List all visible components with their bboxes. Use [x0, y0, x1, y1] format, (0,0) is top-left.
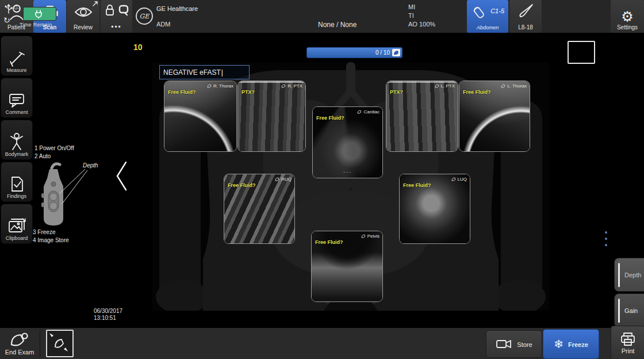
- region-label: LUQ: [458, 177, 467, 182]
- efast-view-r-thorax[interactable]: Free Fluid? R. Thorax: [164, 81, 237, 152]
- depth-paddle[interactable]: Depth: [614, 258, 644, 292]
- sidebar-item-measure[interactable]: Measure: [1, 36, 33, 76]
- plug-icon: [34, 9, 44, 18]
- preview-window[interactable]: [568, 41, 595, 64]
- region-label: R. Thorax: [213, 83, 233, 89]
- chat-icon: [118, 5, 129, 16]
- slider-indicator: [618, 263, 620, 287]
- store-label: Store: [517, 341, 532, 348]
- battery-status-label: Time Remain: [20, 22, 52, 28]
- sidebar-item-label: Comment: [5, 109, 28, 115]
- battery-icon: [23, 7, 56, 21]
- comment-input[interactable]: NEGATIVE eFAST|: [159, 65, 250, 79]
- sidebar-item-clipboard[interactable]: Clipboard: [1, 204, 33, 244]
- ge-monogram: GE: [140, 13, 150, 20]
- sector-icon: [207, 84, 212, 88]
- bottom-toolbar: End Exam Store ❄ Freeze: [0, 328, 644, 359]
- settings-gear-icon: ⚙: [621, 9, 634, 24]
- sector-icon: [275, 177, 279, 181]
- probe2-label: L8-18: [518, 24, 533, 30]
- depth-label: Depth: [624, 272, 641, 278]
- finding-question: PTX?: [390, 89, 403, 95]
- tools-group-button[interactable]: •••: [101, 0, 132, 33]
- comment-text: NEGATIVE eFAST: [163, 68, 221, 77]
- sidebar-item-label: Findings: [7, 193, 26, 199]
- efast-view-l-thorax[interactable]: Free Fluid? L. Thorax: [459, 81, 530, 152]
- finding-question: Free Fluid?: [316, 115, 344, 121]
- efast-view-r-ptx[interactable]: PTX? R. PTX: [237, 81, 306, 152]
- more-ellipsis: •••: [101, 23, 132, 31]
- efast-view-luq[interactable]: Free Fluid? LUQ: [399, 174, 470, 244]
- popout-arrow-icon: [93, 1, 98, 6]
- sector-icon: [361, 234, 366, 238]
- sidebar-item-label: Bodymark: [5, 151, 29, 157]
- ti-readout: TI: [408, 12, 435, 20]
- freeze-button[interactable]: ❄ Freeze: [543, 329, 599, 359]
- finding-question: Free Fluid?: [403, 182, 431, 188]
- legend-item-3: 3 Freeze: [33, 229, 55, 235]
- region-label: R. PTX: [288, 83, 302, 89]
- settings-label: Settings: [617, 24, 638, 30]
- probe-illustration: [34, 161, 98, 229]
- sector-icon: [435, 84, 439, 88]
- brand-text: GE Healthcare: [156, 5, 198, 12]
- more-options-dots[interactable]: [605, 231, 610, 250]
- usb-icon: [5, 3, 13, 14]
- date-text: 06/30/2017: [94, 308, 122, 315]
- gain-label: Gain: [624, 307, 638, 314]
- legend-item-1: 1 Power On/Off: [34, 145, 74, 151]
- gain-paddle[interactable]: Gain: [614, 293, 644, 327]
- convex-probe-icon: [470, 4, 488, 21]
- bodymark-icon: [8, 133, 25, 151]
- image-counter-bar: 0 / 10: [306, 47, 402, 58]
- counter-clipboard-icon: [392, 49, 400, 56]
- finding-question: PTX?: [241, 89, 255, 95]
- region-label: L. Thorax: [507, 83, 527, 89]
- chevron-left-icon[interactable]: [114, 160, 129, 192]
- active-probe-button[interactable]: C1-5 Abdomen: [467, 0, 508, 33]
- legend-item-2: 2 Auto: [34, 153, 51, 159]
- review-button[interactable]: Review: [67, 0, 99, 33]
- acoustic-output-readout: MI TI AO 100%: [408, 3, 435, 29]
- slider-indicator: [618, 299, 620, 323]
- end-exam-label: End Exam: [5, 349, 34, 356]
- region-label: Pelvis: [367, 234, 379, 239]
- brand-area: GE GE Healthcare ADM: [132, 0, 236, 33]
- end-exam-button[interactable]: End Exam: [1, 329, 38, 358]
- legend-item-4: 4 Image Store: [33, 237, 69, 243]
- lock-icon: [105, 4, 115, 17]
- print-icon: [620, 332, 636, 347]
- ultrasound-screen: Patient Scan Review: [0, 0, 644, 359]
- active-probe-preset: Abdomen: [477, 25, 499, 30]
- sidebar-item-findings[interactable]: Findings: [1, 162, 33, 202]
- layout-resize-button[interactable]: [43, 329, 77, 358]
- review-label: Review: [74, 24, 93, 30]
- end-exam-icon: [9, 332, 30, 348]
- usb-port-label: G1: [14, 5, 21, 10]
- efast-view-l-ptx[interactable]: PTX? L. PTX: [386, 81, 458, 152]
- sidebar-item-comment[interactable]: Comment: [1, 78, 33, 118]
- sync-icon: ↻: [3, 16, 10, 24]
- sidebar-item-bodymark[interactable]: Bodymark: [1, 120, 33, 160]
- finding-question: Free Fluid?: [315, 239, 343, 245]
- efast-view-pelvis[interactable]: Free Fluid? Pelvis: [311, 231, 383, 302]
- active-probe-name: C1-5: [490, 7, 504, 14]
- finding-question: Free Fluid?: [168, 89, 196, 95]
- ao-readout: AO 100%: [408, 20, 435, 29]
- freeze-label: Freeze: [568, 341, 588, 348]
- divider: [40, 330, 40, 357]
- print-label: Print: [622, 347, 635, 354]
- settings-button[interactable]: ⚙ Settings: [611, 0, 644, 33]
- text-cursor: |: [221, 68, 223, 77]
- linear-probe-button[interactable]: L8-18: [509, 0, 542, 33]
- time-text: 13:10:51: [94, 315, 122, 322]
- region-label: L. PTX: [441, 83, 455, 89]
- efast-view-ruq[interactable]: Free Fluid? RUQ: [224, 174, 295, 244]
- sidebar-item-label: Measure: [6, 67, 26, 73]
- patient-name: None / None: [318, 21, 356, 29]
- print-button[interactable]: Print: [611, 326, 644, 359]
- store-button[interactable]: Store: [486, 330, 542, 358]
- efast-view-cardiac[interactable]: Free Fluid? Cardiac ···: [312, 106, 383, 178]
- review-eye-icon: [74, 5, 93, 19]
- sector-icon: [451, 177, 456, 181]
